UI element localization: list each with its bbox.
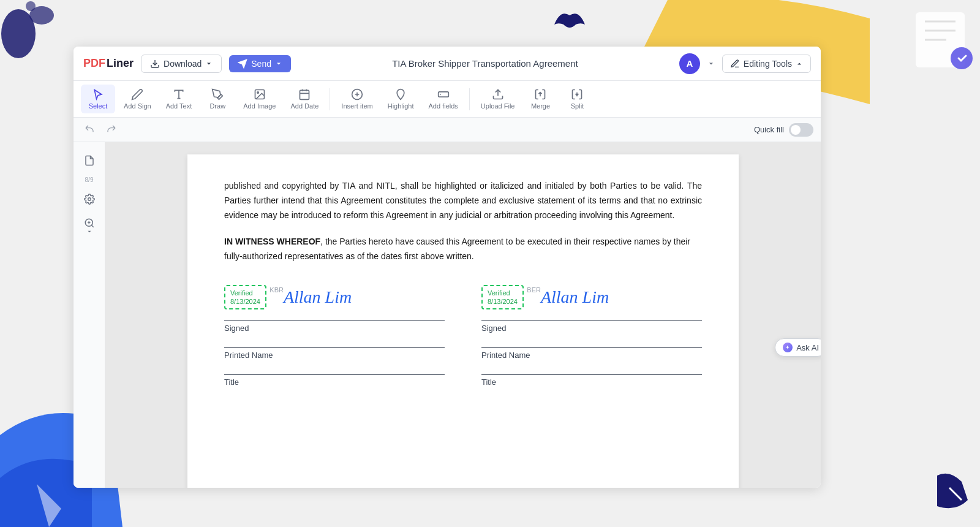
logo-liner: Liner [107, 57, 134, 70]
svg-point-5 [951, 47, 973, 69]
left-signed-line [224, 320, 445, 321]
right-sig-block: Verified 8/13/2024 BER Allan Lim [481, 279, 702, 316]
download-button[interactable]: Download [141, 55, 222, 73]
avatar-initial: A [686, 58, 693, 69]
split-label: Split [571, 102, 584, 110]
ask-ai-dot: ✦ [783, 343, 793, 352]
send-label: Send [251, 59, 271, 69]
left-verified-badge: Verified 8/13/2024 [224, 285, 266, 310]
split-tool-button[interactable]: Split [560, 85, 594, 113]
right-title-label: Title [481, 377, 702, 387]
merge-tool-button[interactable]: Merge [523, 85, 557, 113]
upload-file-label: Upload File [481, 102, 515, 110]
right-signature-image: Allan Lim [541, 287, 609, 307]
send-button[interactable]: Send [229, 55, 291, 72]
add-text-label: Add Text [166, 102, 192, 110]
bottom-right-decoration [925, 469, 974, 521]
sidebar-settings-button[interactable] [78, 188, 100, 210]
download-label: Download [164, 59, 202, 69]
select-label: Select [89, 102, 108, 110]
split-icon [571, 88, 583, 100]
content-area: 8/9 published and copyrighted by TIA and… [74, 142, 821, 488]
add-image-label: Add Image [243, 102, 276, 110]
logo-pdf: PDF [83, 57, 105, 70]
draw-label: Draw [209, 102, 225, 110]
document-paragraph: published and copyrighted by TIA and NIT… [224, 179, 702, 222]
logo-top-right-decoration [903, 3, 977, 79]
right-signature-column: Verified 8/13/2024 BER Allan Lim Signed … [481, 279, 702, 401]
add-image-tool-button[interactable]: Add Image [237, 85, 282, 113]
pages-icon [84, 155, 95, 166]
redo-icon [107, 124, 116, 134]
zoom-chevron-icon [86, 229, 92, 235]
document-page: published and copyrighted by TIA and NIT… [187, 154, 739, 488]
left-verified-label: Verified [230, 289, 260, 297]
highlight-label: Highlight [388, 102, 414, 110]
left-printed-name-label: Printed Name [224, 351, 445, 360]
add-sign-tool-button[interactable]: Add Sign [118, 85, 157, 113]
right-signed-label: Signed [481, 324, 702, 333]
add-text-icon [173, 88, 185, 100]
document-viewer[interactable]: published and copyrighted by TIA and NIT… [105, 142, 821, 488]
add-fields-tool-button[interactable]: Add fields [423, 85, 464, 113]
insert-item-tool-button[interactable]: Insert item [335, 85, 379, 113]
undo-button[interactable] [81, 121, 98, 138]
download-icon [150, 59, 160, 69]
redo-button[interactable] [103, 121, 120, 138]
insert-item-label: Insert item [341, 102, 372, 110]
left-sig-block: Verified 8/13/2024 KBR Allan Lim [224, 279, 445, 316]
right-verified-label: Verified [488, 289, 518, 297]
undo-icon [85, 124, 94, 134]
right-verified-date: 8/13/2024 [488, 297, 518, 306]
insert-item-icon [351, 88, 363, 100]
download-chevron-icon [205, 60, 213, 67]
left-signature-image: Allan Lim [284, 287, 352, 307]
bird-decoration [551, 6, 588, 45]
secondary-toolbar: Quick fill [74, 118, 821, 142]
quick-fill-toggle[interactable] [789, 123, 813, 137]
left-signature-column: Verified 8/13/2024 KBR Allan Lim Signed … [224, 279, 445, 401]
left-title-label: Title [224, 377, 445, 387]
left-printed-name-line [224, 347, 445, 348]
merge-label: Merge [531, 102, 550, 110]
ask-ai-button[interactable]: ✦ Ask AI [775, 338, 821, 357]
avatar-button[interactable]: A [679, 53, 700, 74]
signature-section: Verified 8/13/2024 KBR Allan Lim Signed … [224, 279, 702, 401]
draw-tool-button[interactable]: Draw [200, 85, 235, 113]
upload-file-icon [492, 88, 504, 100]
ask-ai-label: Ask AI [796, 343, 819, 352]
right-signed-line [481, 320, 702, 321]
right-broker-label: BER [527, 286, 541, 294]
add-fields-label: Add fields [429, 102, 458, 110]
sidebar-zoom-button[interactable] [78, 215, 100, 237]
add-text-tool-button[interactable]: Add Text [160, 85, 198, 113]
svg-rect-4 [916, 12, 965, 67]
add-fields-icon [437, 88, 450, 100]
avatar-chevron-icon [707, 60, 715, 67]
left-sidebar: 8/9 [74, 142, 105, 488]
toolbar-divider-2 [469, 88, 470, 110]
quick-fill-label: Quick fill [754, 125, 784, 134]
send-chevron-icon [275, 60, 282, 67]
editing-tools-label: Editing Tools [744, 59, 792, 69]
select-icon [92, 88, 104, 100]
main-toolbar: Select Add Sign Add Text Draw Add Image [74, 81, 821, 118]
svg-point-1 [29, 6, 54, 25]
draw-icon [211, 88, 224, 100]
editing-tools-button[interactable]: Editing Tools [722, 55, 811, 73]
svg-point-0 [1, 9, 36, 58]
upload-file-tool-button[interactable]: Upload File [475, 85, 521, 113]
header: PDFLiner Download Send TIA Broker Shippe… [74, 47, 821, 81]
left-verified-date: 8/13/2024 [230, 297, 260, 306]
quick-fill-area: Quick fill [754, 123, 813, 137]
add-date-tool-button[interactable]: Add Date [284, 85, 325, 113]
sidebar-pages-button[interactable] [78, 150, 100, 172]
settings-icon [84, 194, 95, 205]
top-left-decoration [0, 0, 74, 74]
svg-line-21 [91, 225, 93, 227]
highlight-tool-button[interactable]: Highlight [382, 85, 420, 113]
select-tool-button[interactable]: Select [81, 85, 115, 113]
toolbar-divider-1 [330, 88, 330, 110]
highlight-icon [394, 88, 407, 100]
page-indicator: 8/9 [85, 176, 94, 183]
